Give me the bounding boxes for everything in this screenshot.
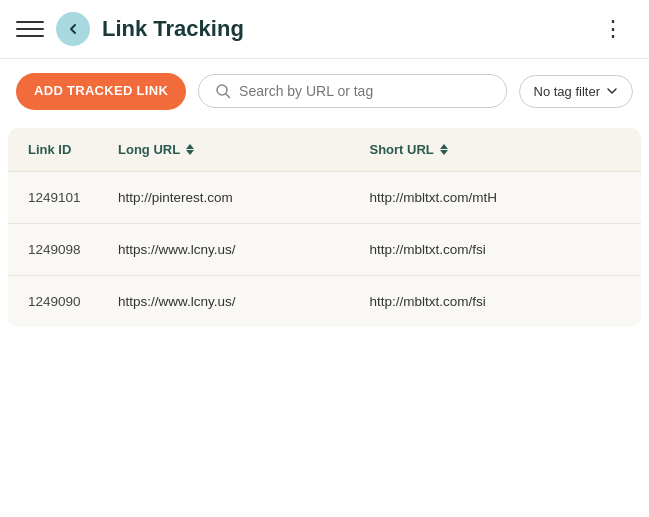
more-options-button[interactable]: ⋮ xyxy=(594,12,633,46)
search-box xyxy=(198,74,506,108)
cell-long-url: https://www.lcny.us/ xyxy=(118,242,370,257)
hamburger-menu-button[interactable] xyxy=(16,15,44,43)
cell-long-url: https://www.lcny.us/ xyxy=(118,294,370,309)
back-button[interactable] xyxy=(56,12,90,46)
table-row[interactable]: 1249090 https://www.lcny.us/ http://mblt… xyxy=(8,276,641,327)
add-tracked-link-button[interactable]: ADD TRACKED LINK xyxy=(16,73,186,110)
col-header-long-url[interactable]: Long URL xyxy=(118,142,370,157)
cell-short-url: http://mbltxt.com/mtH xyxy=(370,190,622,205)
svg-line-1 xyxy=(226,94,230,98)
cell-link-id: 1249101 xyxy=(28,190,118,205)
chevron-down-icon xyxy=(606,85,618,97)
sort-short-url-icon xyxy=(440,144,448,155)
col-header-short-url[interactable]: Short URL xyxy=(370,142,622,157)
tag-filter-label: No tag filter xyxy=(534,84,600,99)
cell-short-url: http://mbltxt.com/fsi xyxy=(370,242,622,257)
app-header: Link Tracking ⋮ xyxy=(0,0,649,59)
cell-link-id: 1249098 xyxy=(28,242,118,257)
sort-long-url-icon xyxy=(186,144,194,155)
cell-long-url: http://pinterest.com xyxy=(118,190,370,205)
search-input[interactable] xyxy=(239,83,489,99)
tag-filter-dropdown[interactable]: No tag filter xyxy=(519,75,633,108)
table-row[interactable]: 1249098 https://www.lcny.us/ http://mblt… xyxy=(8,224,641,276)
cell-link-id: 1249090 xyxy=(28,294,118,309)
page-title: Link Tracking xyxy=(102,16,594,42)
table-row[interactable]: 1249101 http://pinterest.com http://mblt… xyxy=(8,172,641,224)
col-header-link-id: Link ID xyxy=(28,142,118,157)
table-header: Link ID Long URL Short URL xyxy=(8,128,641,172)
link-tracking-table: Link ID Long URL Short URL 1249101 http:… xyxy=(8,128,641,327)
search-icon xyxy=(215,83,231,99)
toolbar: ADD TRACKED LINK No tag filter xyxy=(0,59,649,124)
cell-short-url: http://mbltxt.com/fsi xyxy=(370,294,622,309)
